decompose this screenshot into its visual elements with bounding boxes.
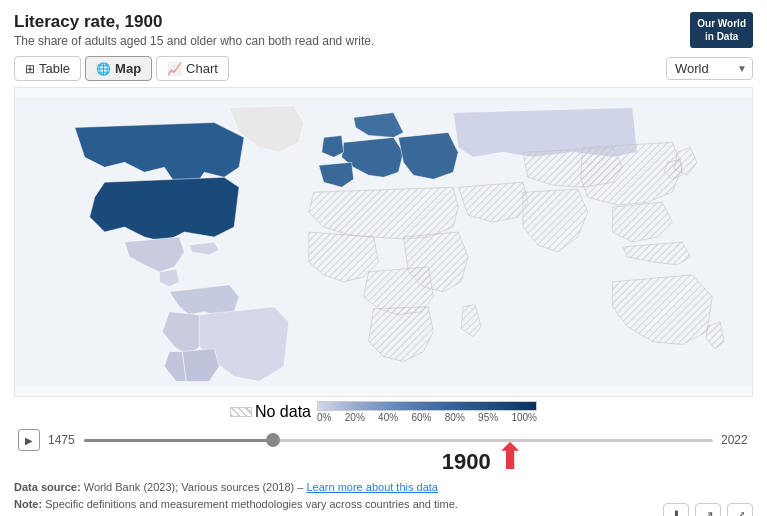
tab-chart[interactable]: 📈 Chart xyxy=(156,56,229,81)
no-data-swatch xyxy=(230,407,252,417)
expand-icon: ⤢ xyxy=(735,508,746,516)
up-arrow-icon: ⬆ xyxy=(495,441,525,473)
attribution-line: OurWorldInData.org/literacy | CC BY xyxy=(14,512,458,516)
tab-table[interactable]: ⊞ Table xyxy=(14,56,81,81)
footer-row: Data source: World Bank (2023); Various … xyxy=(14,479,753,516)
download-button[interactable]: ⬇ xyxy=(663,503,689,517)
region-selector-wrap[interactable]: World Africa Asia Europe Americas Oceani… xyxy=(666,57,753,80)
chart-subtitle: The share of adults aged 15 and older wh… xyxy=(14,34,374,48)
tabs-row: ⊞ Table 🌐 Map 📈 Chart World Africa Asia … xyxy=(14,56,753,81)
legend-labels: 0% 20% 40% 60% 80% 95% 100% xyxy=(317,412,537,423)
footer-text: Data source: World Bank (2023); Various … xyxy=(14,479,458,516)
note-line: Note: Specific definitions and measureme… xyxy=(14,496,458,513)
page-header: Literacy rate, 1900 The share of adults … xyxy=(14,12,753,48)
region-select[interactable]: World Africa Asia Europe Americas Oceani… xyxy=(666,57,753,80)
legend-area: No data 0% 20% 40% 60% 80% 95% 100% xyxy=(14,401,753,423)
owid-logo: Our World in Data xyxy=(690,12,753,48)
title-block: Literacy rate, 1900 The share of adults … xyxy=(14,12,374,48)
year-annotation: 1900 ⬆ xyxy=(14,441,753,475)
gradient-legend: 0% 20% 40% 60% 80% 95% 100% xyxy=(317,401,537,423)
share-button[interactable]: ↗ xyxy=(695,503,721,517)
current-year-label: 1900 xyxy=(442,449,491,475)
learn-more-link[interactable]: Learn more about this data xyxy=(306,481,437,493)
chart-icon: 📈 xyxy=(167,62,182,76)
expand-button[interactable]: ⤢ xyxy=(727,503,753,517)
footer-icons: ⬇ ↗ ⤢ xyxy=(663,503,753,517)
no-data-legend: No data xyxy=(230,403,311,421)
chart-title: Literacy rate, 1900 xyxy=(14,12,374,32)
world-map-svg xyxy=(15,88,752,396)
table-icon: ⊞ xyxy=(25,62,35,76)
map-container xyxy=(14,87,753,397)
legend-row: No data 0% 20% 40% 60% 80% 95% 100% xyxy=(230,401,537,423)
map-icon: 🌐 xyxy=(96,62,111,76)
tab-map[interactable]: 🌐 Map xyxy=(85,56,152,81)
datasource-line: Data source: World Bank (2023); Various … xyxy=(14,479,458,496)
download-icon: ⬇ xyxy=(671,508,682,516)
color-gradient xyxy=(317,401,537,411)
share-icon: ↗ xyxy=(703,508,714,516)
